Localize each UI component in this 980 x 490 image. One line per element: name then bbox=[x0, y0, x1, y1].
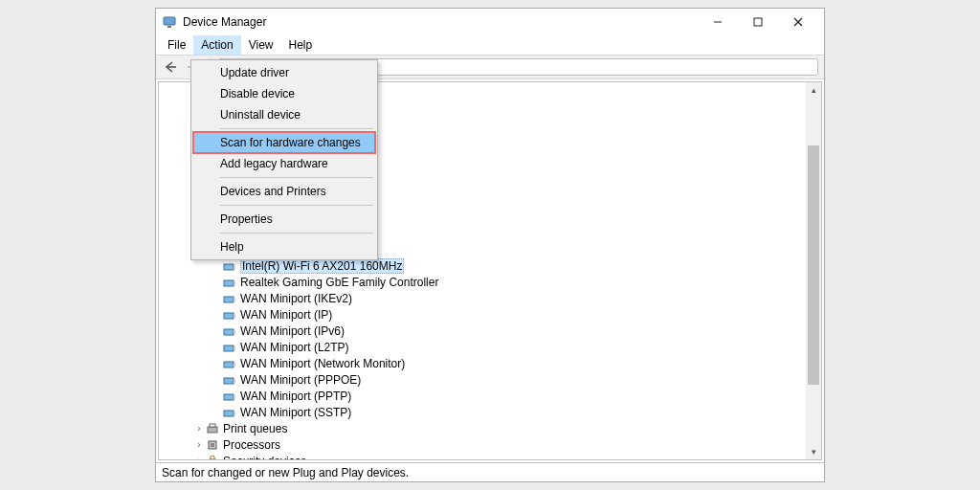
close-button[interactable] bbox=[778, 10, 818, 34]
menu-separator bbox=[220, 177, 373, 178]
svg-rect-1 bbox=[167, 26, 171, 28]
window-controls bbox=[698, 10, 818, 34]
adapter-icon bbox=[222, 308, 237, 322]
nav-back-icon[interactable] bbox=[162, 59, 179, 75]
svg-rect-32 bbox=[208, 427, 217, 433]
svg-rect-16 bbox=[224, 297, 234, 302]
category-security-devices[interactable]: › Security devices bbox=[161, 453, 806, 459]
device-manager-window: Device Manager File Action View Help bbox=[155, 8, 825, 482]
processor-icon bbox=[205, 438, 220, 452]
adapter-wan-ipv6[interactable]: WAN Miniport (IPv6) bbox=[161, 323, 806, 339]
menu-separator bbox=[220, 233, 373, 234]
menu-disable-device[interactable]: Disable device bbox=[193, 83, 375, 104]
scroll-track[interactable] bbox=[806, 98, 821, 444]
app-icon bbox=[162, 14, 177, 30]
menu-action[interactable]: Action bbox=[193, 35, 240, 55]
menu-help[interactable]: Help bbox=[193, 236, 375, 257]
adapter-wan-pppoe[interactable]: WAN Miniport (PPPOE) bbox=[161, 371, 806, 388]
svg-rect-35 bbox=[211, 443, 214, 447]
svg-rect-21 bbox=[234, 330, 235, 334]
svg-rect-33 bbox=[210, 424, 215, 427]
svg-rect-27 bbox=[234, 379, 235, 383]
printer-icon bbox=[205, 422, 220, 435]
svg-rect-36 bbox=[210, 459, 215, 460]
adapter-icon bbox=[222, 259, 237, 273]
adapter-wan-l2tp[interactable]: WAN Miniport (L2TP) bbox=[161, 339, 806, 355]
statusbar-text: Scan for changed or new Plug and Play de… bbox=[162, 466, 409, 479]
scroll-thumb[interactable] bbox=[808, 145, 819, 385]
adapter-wan-pptp[interactable]: WAN Miniport (PPTP) bbox=[161, 388, 806, 404]
svg-rect-31 bbox=[234, 412, 235, 415]
svg-rect-24 bbox=[224, 362, 234, 368]
svg-rect-12 bbox=[224, 264, 234, 270]
svg-rect-13 bbox=[234, 265, 235, 269]
titlebar: Device Manager bbox=[156, 9, 824, 35]
svg-rect-17 bbox=[234, 298, 235, 301]
menu-properties[interactable]: Properties bbox=[193, 209, 375, 230]
adapter-icon bbox=[222, 292, 237, 305]
svg-rect-18 bbox=[224, 313, 234, 319]
adapter-icon bbox=[222, 390, 237, 403]
adapter-wan-netmon[interactable]: WAN Miniport (Network Monitor) bbox=[161, 355, 806, 371]
adapter-icon bbox=[222, 373, 237, 387]
adapter-wan-sstp[interactable]: WAN Miniport (SSTP) bbox=[161, 404, 806, 420]
svg-rect-28 bbox=[224, 394, 234, 400]
adapter-icon bbox=[222, 276, 237, 289]
svg-rect-19 bbox=[234, 314, 235, 318]
adapter-icon bbox=[222, 357, 237, 370]
maximize-button[interactable] bbox=[738, 10, 778, 34]
vertical-scrollbar[interactable]: ▴ ▾ bbox=[806, 82, 821, 459]
adapter-icon bbox=[222, 406, 237, 419]
svg-rect-26 bbox=[224, 378, 234, 384]
menu-view[interactable]: View bbox=[241, 35, 281, 55]
statusbar: Scan for changed or new Plug and Play de… bbox=[156, 462, 824, 481]
menu-uninstall-device[interactable]: Uninstall device bbox=[193, 104, 375, 125]
adapter-realtek[interactable]: Realtek Gaming GbE Family Controller bbox=[161, 274, 806, 290]
menu-add-legacy[interactable]: Add legacy hardware bbox=[193, 153, 375, 174]
scroll-up-icon[interactable]: ▴ bbox=[806, 82, 821, 98]
adapter-icon bbox=[222, 341, 237, 354]
expand-icon[interactable]: › bbox=[193, 456, 205, 459]
svg-rect-20 bbox=[224, 329, 234, 335]
menu-update-driver[interactable]: Update driver bbox=[193, 62, 375, 83]
svg-rect-3 bbox=[754, 18, 762, 26]
svg-rect-22 bbox=[224, 345, 234, 351]
svg-rect-15 bbox=[234, 281, 235, 285]
expand-icon[interactable]: › bbox=[193, 439, 205, 450]
menu-file[interactable]: File bbox=[160, 35, 193, 55]
expand-icon[interactable]: › bbox=[193, 423, 205, 434]
adapter-wan-ikev2[interactable]: WAN Miniport (IKEv2) bbox=[161, 290, 806, 306]
menu-scan-hardware[interactable]: Scan for hardware changes bbox=[193, 132, 375, 153]
adapter-icon bbox=[222, 324, 237, 338]
action-menu: Update driver Disable device Uninstall d… bbox=[190, 59, 378, 260]
category-print-queues[interactable]: › Print queues bbox=[161, 420, 806, 436]
window-title: Device Manager bbox=[183, 15, 698, 29]
menu-separator bbox=[220, 128, 373, 129]
svg-rect-29 bbox=[234, 395, 235, 399]
menu-devices-printers[interactable]: Devices and Printers bbox=[193, 181, 375, 202]
security-icon bbox=[205, 455, 220, 460]
menu-separator bbox=[220, 205, 373, 206]
svg-rect-25 bbox=[234, 363, 235, 367]
svg-rect-0 bbox=[164, 17, 175, 25]
scroll-down-icon[interactable]: ▾ bbox=[806, 444, 821, 459]
adapter-wan-ip[interactable]: WAN Miniport (IP) bbox=[161, 306, 806, 323]
svg-rect-30 bbox=[224, 411, 234, 416]
minimize-button[interactable] bbox=[698, 10, 738, 34]
menubar: File Action View Help bbox=[156, 35, 824, 55]
menu-help[interactable]: Help bbox=[281, 35, 321, 55]
svg-rect-14 bbox=[224, 280, 234, 286]
category-processors[interactable]: › Processors bbox=[161, 436, 806, 453]
svg-rect-23 bbox=[234, 346, 235, 350]
